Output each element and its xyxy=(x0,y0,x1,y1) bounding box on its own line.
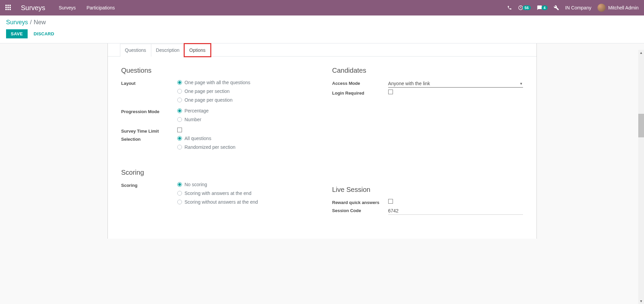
login-required-label: Login Required xyxy=(332,90,388,96)
scoring-opt-withoutans[interactable]: Scoring without answers at the end xyxy=(177,199,312,205)
scoring-label: Scoring xyxy=(121,182,177,188)
radio-icon xyxy=(177,98,182,102)
tab-description[interactable]: Description xyxy=(151,44,185,57)
scroll-up-icon[interactable]: ▲ xyxy=(638,50,644,56)
radio-icon xyxy=(177,136,182,141)
layout-opt-all[interactable]: One page with all the questions xyxy=(177,80,312,85)
radio-icon xyxy=(177,200,182,204)
breadcrumb-sep: / xyxy=(30,19,32,26)
tabs: Questions Description Options xyxy=(108,43,536,57)
section-questions-title: Questions xyxy=(121,67,312,74)
avatar xyxy=(597,4,606,12)
chevron-down-icon: ▼ xyxy=(520,82,523,86)
user-menu[interactable]: Mitchell Admin xyxy=(597,4,639,12)
messages-icon[interactable]: 4 xyxy=(537,5,548,10)
access-mode-select[interactable]: Anyone with the link ▼ xyxy=(388,80,523,88)
apps-icon[interactable] xyxy=(5,5,11,11)
messages-badge: 4 xyxy=(542,5,548,10)
layout-label: Layout xyxy=(121,80,177,86)
topbar: Surveys Surveys Participations 56 4 IN C… xyxy=(0,0,644,15)
reward-checkbox[interactable] xyxy=(388,199,393,204)
radio-icon xyxy=(177,80,182,85)
brand: Surveys xyxy=(21,4,45,12)
radio-icon xyxy=(177,145,182,149)
debug-icon[interactable] xyxy=(554,5,559,10)
breadcrumb: Surveys / New xyxy=(6,19,638,26)
tab-questions[interactable]: Questions xyxy=(120,44,151,57)
save-button[interactable]: SAVE xyxy=(6,29,28,38)
discard-button[interactable]: DISCARD xyxy=(34,31,54,36)
nav-participations[interactable]: Participations xyxy=(87,5,115,10)
breadcrumb-current: New xyxy=(34,19,46,26)
session-code-label: Session Code xyxy=(332,207,388,213)
radio-icon xyxy=(177,89,182,94)
tab-options[interactable]: Options xyxy=(184,44,211,57)
scrollbar[interactable]: ▲ ▼ xyxy=(638,50,644,239)
time-limit-checkbox[interactable] xyxy=(177,128,182,132)
activities-badge: 56 xyxy=(523,5,531,10)
section-live-title: Live Session xyxy=(332,186,523,194)
reward-label: Reward quick answers xyxy=(332,199,388,205)
progression-opt-number[interactable]: Number xyxy=(177,117,312,122)
activities-icon[interactable]: 56 xyxy=(518,5,531,10)
time-limit-label: Survey Time Limit xyxy=(121,128,177,134)
scoring-opt-withans[interactable]: Scoring with answers at the end xyxy=(177,191,312,196)
section-candidates-title: Candidates xyxy=(332,67,523,74)
selection-opt-all[interactable]: All questions xyxy=(177,136,312,141)
login-required-checkbox[interactable] xyxy=(388,90,393,94)
section-scoring-title: Scoring xyxy=(121,169,312,176)
layout-opt-section[interactable]: One page per section xyxy=(177,89,312,94)
top-nav: Surveys Participations xyxy=(59,5,124,10)
radio-icon xyxy=(177,191,182,196)
radio-icon xyxy=(177,117,182,122)
user-name: Mitchell Admin xyxy=(608,5,639,10)
radio-icon xyxy=(177,182,182,187)
scoring-opt-none[interactable]: No scoring xyxy=(177,182,312,187)
phone-icon[interactable] xyxy=(507,5,512,10)
progression-label: Progression Mode xyxy=(121,108,177,114)
session-code-input[interactable] xyxy=(388,207,523,215)
progression-opt-percentage[interactable]: Percentage xyxy=(177,108,312,113)
radio-icon xyxy=(177,108,182,113)
scroll-thumb[interactable] xyxy=(638,114,644,137)
layout-opt-question[interactable]: One page per question xyxy=(177,97,312,103)
breadcrumb-root[interactable]: Surveys xyxy=(6,19,28,26)
subheader: Surveys / New SAVE DISCARD xyxy=(0,15,644,43)
nav-surveys[interactable]: Surveys xyxy=(59,5,76,10)
access-mode-label: Access Mode xyxy=(332,80,388,86)
selection-opt-random[interactable]: Randomized per section xyxy=(177,144,312,150)
company-selector[interactable]: IN Company xyxy=(565,5,591,10)
selection-label: Selection xyxy=(121,136,177,142)
form-sheet: Questions Description Options Questions … xyxy=(108,43,537,239)
